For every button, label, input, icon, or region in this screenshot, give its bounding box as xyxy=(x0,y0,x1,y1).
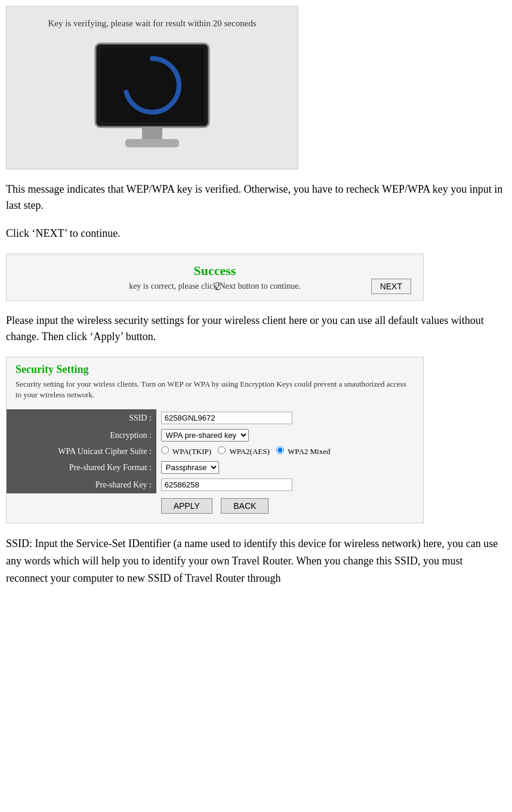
key-format-select[interactable]: Passphrase Hex xyxy=(161,461,219,474)
ssid-input[interactable] xyxy=(161,412,292,424)
key-format-row: Pre-shared Key Format : Passphrase Hex xyxy=(7,459,423,476)
cipher-label: WPA Unicast Cipher Suite : xyxy=(7,444,156,459)
cipher-wpa2mixed-label: WPA2 Mixed xyxy=(276,447,330,456)
cipher-wpa2-label: WPA2(AES) xyxy=(218,447,272,456)
encryption-select[interactable]: WPA pre-shared key WEP None xyxy=(161,429,249,441)
security-title: Security Setting xyxy=(7,357,423,379)
paragraph-1: This message indicates that WEP/WPA key … xyxy=(6,181,506,214)
apply-button[interactable]: APPLY xyxy=(161,498,212,514)
back-button[interactable]: BACK xyxy=(221,498,269,514)
top-image-box: Key is verifying, please wait for result… xyxy=(6,6,298,169)
bottom-paragraph: SSID: Input the Service-Set IDentifier (… xyxy=(6,535,506,586)
paragraph-2: Please input the wireless security setti… xyxy=(6,313,506,345)
svg-rect-3 xyxy=(142,127,162,140)
encryption-row: Encryption : WPA pre-shared key WEP None xyxy=(7,427,423,444)
pre-shared-key-value-cell xyxy=(156,476,423,493)
button-row: APPLY BACK xyxy=(7,493,423,517)
security-setting-box: Security Setting Security setting for yo… xyxy=(6,357,424,523)
notice-text: Key is verifying, please wait for result… xyxy=(18,18,286,29)
pre-shared-key-input[interactable] xyxy=(161,478,292,491)
pre-shared-key-row: Pre-shared Key : xyxy=(7,476,423,493)
encryption-value-cell: WPA pre-shared key WEP None xyxy=(156,427,423,444)
key-format-label: Pre-shared Key Format : xyxy=(7,459,156,476)
cipher-row: WPA Unicast Cipher Suite : WPA(TKIP) WPA… xyxy=(7,444,423,459)
success-number: 2 xyxy=(215,280,220,293)
svg-rect-4 xyxy=(125,139,179,147)
cipher-wpa2-radio[interactable] xyxy=(218,446,226,454)
ssid-value-cell xyxy=(156,409,423,427)
security-desc: Security setting for your wirless client… xyxy=(7,379,423,406)
cipher-value-cell: WPA(TKIP) WPA2(AES) WPA2 Mixed xyxy=(156,444,423,459)
security-table: SSID : Encryption : WPA pre-shared key W… xyxy=(7,409,423,493)
success-title: Success xyxy=(18,263,411,279)
success-box: Success key is correct, please click Nex… xyxy=(6,254,424,301)
click-next-text: Click ‘NEXT’ to continue. xyxy=(6,226,506,242)
ssid-row: SSID : xyxy=(7,409,423,427)
pre-shared-key-label: Pre-shared Key : xyxy=(7,476,156,493)
key-format-value-cell: Passphrase Hex xyxy=(156,459,423,476)
ssid-label: SSID : xyxy=(7,409,156,427)
monitor-icon xyxy=(90,38,215,157)
cipher-wpa2mixed-radio[interactable] xyxy=(276,446,284,454)
encryption-label: Encryption : xyxy=(7,427,156,444)
cipher-wpa-radio[interactable] xyxy=(161,446,169,454)
next-button[interactable]: NEXT xyxy=(371,279,411,294)
cipher-wpa-label: WPA(TKIP) xyxy=(161,447,214,456)
